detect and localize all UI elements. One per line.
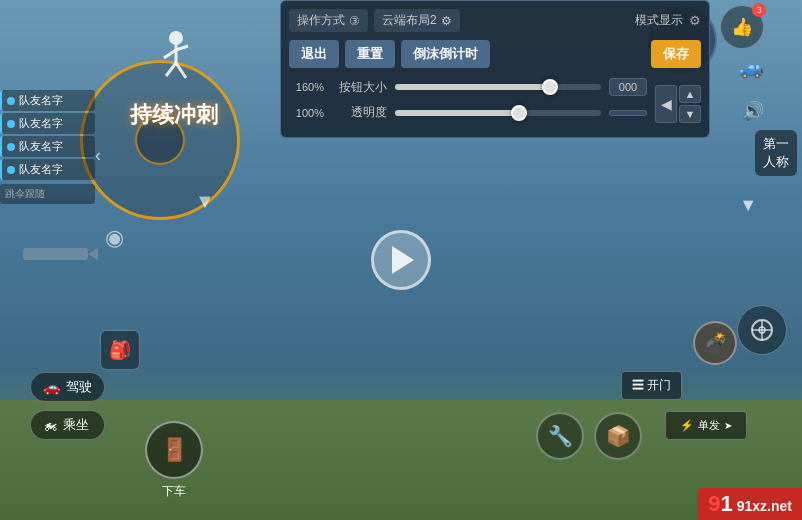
bullet-icon	[18, 240, 98, 268]
single-fire-label: 单发	[698, 418, 720, 433]
mode-display-label: 模式显示	[635, 12, 683, 29]
opacity-fill	[395, 110, 519, 116]
character-icon	[148, 28, 203, 83]
button-size-row: 160% 按钮大小 000	[289, 78, 647, 96]
team-dot	[7, 97, 15, 105]
first-person-line2: 人称	[763, 153, 789, 171]
ride-icon: 🏍	[43, 417, 57, 433]
team-name: 队友名字	[19, 139, 63, 154]
play-triangle-icon	[392, 246, 414, 274]
scope-icon	[748, 316, 776, 344]
opacity-percent: 100%	[289, 107, 324, 119]
svg-line-4	[166, 63, 176, 76]
opacity-label: 透明度	[332, 104, 387, 121]
svg-line-2	[164, 50, 176, 58]
first-person-line1: 第一	[763, 135, 789, 153]
settings-buttons-row: 退出 重置 倒沫倒计时 保存	[289, 40, 701, 68]
button-size-percent: 160%	[289, 81, 324, 93]
svg-marker-7	[88, 248, 98, 260]
button-size-track[interactable]	[395, 84, 601, 90]
down-arrow-icon[interactable]: ▼	[195, 190, 215, 213]
exit-vehicle: 🚪 下车	[145, 421, 203, 500]
vehicle-btn-2[interactable]: 📦	[594, 412, 642, 460]
opacity-row: 100% 透明度	[289, 104, 647, 121]
svg-line-3	[176, 46, 188, 50]
parachute-item: 跳伞跟随	[0, 184, 95, 204]
fire-arrow-icon: ➤	[724, 420, 732, 431]
operation-mode-label: 操作方式	[297, 12, 345, 29]
sprint-label: 持续冲刺	[130, 100, 218, 130]
parachute-label: 跳伞跟随	[5, 187, 45, 201]
lr-arrows: ◀ ▲ ▼	[655, 85, 701, 123]
sliders-section: 160% 按钮大小 000 100% 透明度	[289, 78, 647, 129]
vehicle-row: 🔧 📦	[536, 412, 642, 460]
character-area	[148, 28, 203, 87]
ride-button[interactable]: 🏍 乘坐	[30, 410, 105, 440]
first-person-view[interactable]: 第一 人称	[755, 130, 797, 176]
cloud-gear-icon: ⚙	[441, 14, 452, 28]
bag-icon[interactable]: 🎒	[100, 330, 140, 370]
shoot-buttons: ⚡ 单发 ➤	[665, 411, 747, 440]
mode-display-area: 模式显示 ⚙	[635, 12, 701, 29]
countdown-button[interactable]: 倒沫倒计时	[401, 40, 490, 68]
cloud-layout-label: 云端布局2	[382, 12, 437, 29]
button-size-thumb[interactable]	[542, 79, 558, 95]
team-item: 队友名字	[0, 159, 95, 180]
svg-line-5	[176, 63, 186, 78]
single-fire-button[interactable]: ⚡ 单发 ➤	[665, 411, 747, 440]
opacity-value[interactable]	[609, 110, 647, 116]
exit-circle-btn[interactable]: 🚪	[145, 421, 203, 479]
single-fire-icon: ⚡	[680, 419, 694, 432]
exit-label: 下车	[162, 483, 186, 500]
operation-mode-tab: 操作方式 ③	[289, 9, 368, 32]
bullet-indicator	[18, 240, 98, 272]
logo-91: 9	[708, 491, 720, 516]
team-dot	[7, 120, 15, 128]
drive-button[interactable]: 🚗 驾驶	[30, 372, 105, 402]
team-item: 队友名字	[0, 113, 95, 134]
scroll-arrows: ▲ ▼	[679, 85, 701, 123]
scroll-up-button[interactable]: ▲	[679, 85, 701, 103]
button-size-label: 按钮大小	[332, 79, 387, 96]
left-arrow-button[interactable]: ◀	[655, 85, 677, 123]
vehicle-btn-1[interactable]: 🔧	[536, 412, 584, 460]
button-size-fill	[395, 84, 550, 90]
chevron-left-icon[interactable]: ‹	[95, 145, 101, 166]
expand-icon[interactable]: ▼	[739, 195, 757, 216]
svg-point-0	[169, 31, 183, 45]
button-size-value[interactable]: 000	[609, 78, 647, 96]
watermark-text: 91xz.net	[737, 498, 792, 514]
opacity-track[interactable]	[395, 110, 601, 116]
door-label: 开门	[647, 378, 671, 392]
door-button[interactable]: ☰ 开门	[621, 371, 682, 400]
mode-gear-icon[interactable]: ⚙	[689, 13, 701, 28]
play-button[interactable]	[371, 230, 431, 290]
team-item: 队友名字	[0, 90, 95, 111]
team-list: 队友名字 队友名字 队友名字 队友名字 跳伞跟随	[0, 90, 95, 204]
logo-1: 1	[721, 491, 733, 516]
team-dot	[7, 166, 15, 174]
drive-icon: 🚗	[43, 379, 60, 395]
reset-button[interactable]: 重置	[345, 40, 395, 68]
car-icon[interactable]: 🚙	[739, 55, 764, 79]
team-name: 队友名字	[19, 93, 63, 108]
location-icon[interactable]: ◉	[105, 225, 124, 251]
opacity-thumb[interactable]	[511, 105, 527, 121]
grenade-button[interactable]: 💣	[693, 321, 737, 365]
watermark: 91 91xz.net	[698, 488, 802, 520]
operation-mode-number: ③	[349, 14, 360, 28]
drive-label: 驾驶	[66, 378, 92, 396]
team-item: 队友名字	[0, 136, 95, 157]
settings-overlay: 操作方式 ③ 云端布局2 ⚙ 模式显示 ⚙ 退出 重置 倒沫倒计时 保存 160…	[280, 0, 710, 138]
team-dot	[7, 143, 15, 151]
cloud-layout-tab[interactable]: 云端布局2 ⚙	[374, 9, 460, 32]
thumbup-icon[interactable]: 👍 3	[720, 5, 764, 49]
scope-button[interactable]	[737, 305, 787, 355]
thumbup-badge: 3	[752, 3, 766, 17]
save-button[interactable]: 保存	[651, 40, 701, 68]
exit-settings-button[interactable]: 退出	[289, 40, 339, 68]
scroll-down-button[interactable]: ▼	[679, 105, 701, 123]
team-name: 队友名字	[19, 162, 63, 177]
speaker-icon[interactable]: 🔊	[742, 100, 764, 122]
bottom-actions: 🚗 驾驶 🏍 乘坐	[30, 372, 105, 440]
